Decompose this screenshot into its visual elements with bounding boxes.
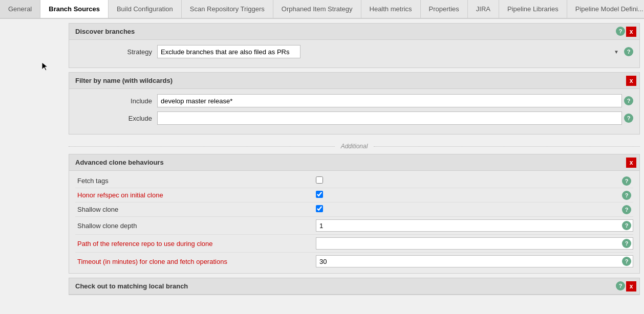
shallow-clone-depth-control: [316, 219, 633, 232]
mouse-cursor-icon: [42, 62, 48, 71]
fetch-tags-label: Fetch tags: [75, 177, 316, 185]
strategy-select-wrapper: Exclude branches that are also filed as …: [157, 45, 622, 58]
checkout-section: Check out to matching local branch x ?: [69, 278, 640, 295]
exclude-row: Exclude ?: [75, 111, 633, 125]
honor-refspec-checkbox[interactable]: [316, 191, 323, 198]
filter-by-name-title: Filter by name (with wildcards): [69, 73, 639, 89]
strategy-select[interactable]: Exclude branches that are also filed as …: [157, 45, 300, 58]
content-area: Discover branches x ? Strategy Exclude b…: [0, 19, 644, 314]
honor-refspec-help-icon[interactable]: ?: [622, 191, 631, 200]
shallow-clone-label: Shallow clone: [75, 206, 316, 213]
shallow-clone-control: [316, 205, 633, 214]
checkout-close-button[interactable]: x: [626, 281, 636, 291]
advanced-clone-title: Advanced clone behaviours: [69, 154, 639, 171]
fetch-tags-help-icon[interactable]: ?: [622, 176, 631, 186]
honor-refspec-control: [316, 191, 633, 199]
timeout-help-icon[interactable]: ?: [622, 257, 631, 266]
checkout-help-icon[interactable]: ?: [616, 281, 625, 290]
include-label: Include: [75, 97, 157, 105]
honor-refspec-row: Honor refspec on initial clone ?: [75, 188, 633, 203]
tab-general[interactable]: General: [0, 0, 40, 18]
advanced-clone-section: Advanced clone behaviours x Fetch tags ?…: [69, 154, 640, 274]
exclude-input[interactable]: [157, 111, 622, 125]
main-content: Discover branches x ? Strategy Exclude b…: [67, 19, 644, 314]
tab-branch-sources[interactable]: Branch Sources: [40, 0, 109, 19]
reference-repo-help-icon[interactable]: ?: [622, 239, 631, 248]
filter-by-name-section: Filter by name (with wildcards) x Includ…: [69, 72, 640, 134]
discover-branches-body: Strategy Exclude branches that are also …: [69, 40, 639, 68]
filter-by-name-close-button[interactable]: x: [626, 76, 636, 86]
reference-repo-control: [316, 237, 633, 250]
timeout-input[interactable]: [316, 255, 633, 267]
tab-pipeline-libraries[interactable]: Pipeline Libraries: [499, 0, 567, 18]
shallow-clone-row: Shallow clone ?: [75, 203, 633, 217]
discover-branches-close-button[interactable]: x: [626, 27, 636, 37]
fetch-tags-control: [316, 176, 633, 185]
exclude-help-icon[interactable]: ?: [624, 114, 633, 123]
fetch-tags-checkbox[interactable]: [316, 176, 323, 184]
shallow-clone-depth-input[interactable]: [316, 219, 633, 232]
tab-jira[interactable]: JIRA: [468, 0, 499, 18]
honor-refspec-label: Honor refspec on initial clone: [75, 191, 316, 199]
discover-branches-help-icon[interactable]: ?: [616, 27, 625, 36]
shallow-clone-depth-label: Shallow clone depth: [75, 222, 316, 230]
advanced-clone-close-button[interactable]: x: [626, 158, 636, 168]
discover-branches-title: Discover branches: [69, 24, 639, 40]
include-input[interactable]: [157, 94, 622, 107]
reference-repo-label: Path of the reference repo to use during…: [75, 240, 316, 248]
timeout-label: Timeout (in minutes) for clone and fetch…: [75, 258, 316, 265]
checkout-title: Check out to matching local branch: [69, 278, 639, 295]
additional-separator: Additional: [69, 139, 640, 154]
sidebar: [0, 19, 67, 314]
tabs-bar: General Branch Sources Build Configurati…: [0, 0, 644, 19]
reference-repo-row: Path of the reference repo to use during…: [75, 235, 633, 253]
tab-build-configuration[interactable]: Build Configuration: [109, 0, 182, 18]
shallow-clone-help-icon[interactable]: ?: [622, 205, 631, 214]
include-help-icon[interactable]: ?: [624, 96, 633, 105]
shallow-clone-depth-help-icon[interactable]: ?: [622, 221, 631, 230]
tab-properties[interactable]: Properties: [421, 0, 468, 18]
advanced-clone-body: Fetch tags ? Honor refspec on initial cl…: [69, 171, 639, 273]
exclude-label: Exclude: [75, 115, 157, 122]
svg-marker-0: [42, 62, 48, 71]
strategy-label: Strategy: [75, 48, 157, 56]
filter-by-name-body: Include ? Exclude ?: [69, 89, 639, 134]
discover-branches-section: Discover branches x ? Strategy Exclude b…: [69, 23, 640, 68]
timeout-control: [316, 255, 633, 267]
shallow-clone-depth-row: Shallow clone depth ?: [75, 217, 633, 235]
tab-health-metrics[interactable]: Health metrics: [361, 0, 421, 18]
tab-scan-repository-triggers[interactable]: Scan Repository Triggers: [182, 0, 273, 18]
shallow-clone-checkbox[interactable]: [316, 205, 323, 212]
timeout-row: Timeout (in minutes) for clone and fetch…: [75, 253, 633, 270]
fetch-tags-row: Fetch tags ?: [75, 174, 633, 188]
include-row: Include ?: [75, 94, 633, 107]
tab-pipeline-model-definition[interactable]: Pipeline Model Defini...: [567, 0, 644, 18]
strategy-row: Strategy Exclude branches that are also …: [75, 45, 633, 58]
strategy-help-icon[interactable]: ?: [624, 47, 633, 56]
tab-orphaned-item-strategy[interactable]: Orphaned Item Strategy: [273, 0, 361, 18]
reference-repo-input[interactable]: [316, 237, 633, 250]
